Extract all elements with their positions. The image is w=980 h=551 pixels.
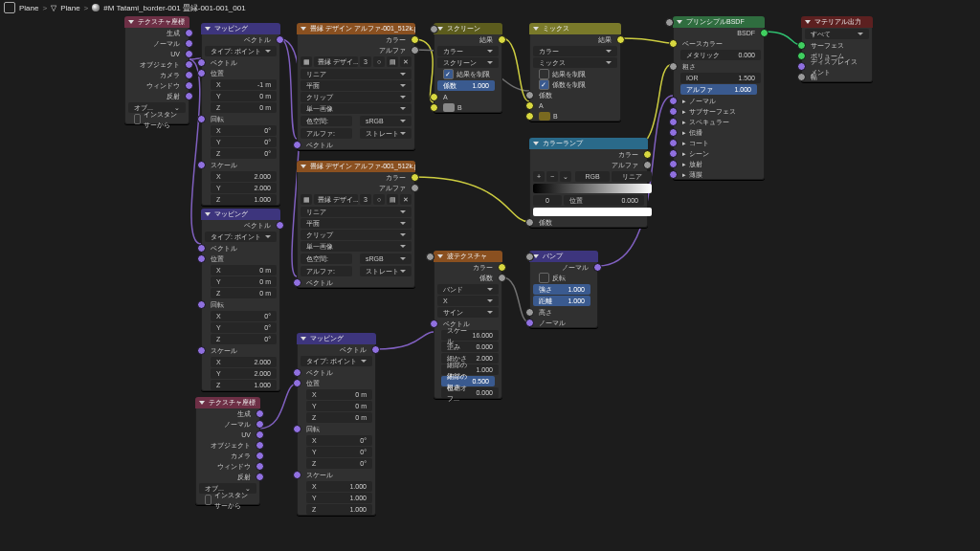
unlink-button[interactable]: ○	[373, 56, 385, 67]
breadcrumb-object[interactable]: Plane	[19, 4, 38, 12]
checkbox-icon[interactable]	[539, 79, 549, 90]
socket-icon[interactable]	[276, 35, 284, 44]
node-header[interactable]: 波テクスチャ	[434, 251, 502, 262]
socket-icon[interactable]	[185, 39, 193, 48]
node-mapping-2[interactable]: マッピング ベクトル タイプ:ポイント ベクトル位置X0 mY0 mZ0 m回転…	[201, 209, 280, 391]
loc-Y-field[interactable]: Y0 m	[306, 401, 372, 411]
blend-mode-field[interactable]: ミックス	[533, 57, 617, 68]
socket-icon[interactable]	[760, 29, 768, 37]
node-material-output[interactable]: マテリアル出力 すべて サーフェスボリュームディスプレイスメント幅	[801, 16, 873, 82]
node-texcoord-2[interactable]: テクスチャ座標 生成ノーマルUVオブジェクトカメラウィンドウ反射 オブ...⌄ …	[195, 397, 260, 505]
node-header[interactable]: マッピング	[297, 333, 376, 344]
node-header[interactable]: マッピング	[201, 209, 280, 220]
collapse-icon[interactable]	[301, 165, 306, 168]
node-principled-bsdf[interactable]: プリンシプルBSDF BSDF ベースカラー メタリック0.000粗さIOR1.…	[673, 16, 765, 180]
projection-field[interactable]: 平面	[301, 80, 412, 91]
wave-type-field[interactable]: バンド	[437, 284, 499, 295]
param-1[interactable]: 距離1.000	[533, 296, 590, 306]
socket-icon[interactable]	[256, 430, 264, 439]
breadcrumb-material[interactable]: #M Tatami_border-001 畳縁-001-001_001	[103, 3, 245, 13]
colorspace-field[interactable]: sRGB	[360, 253, 412, 264]
color-swatch[interactable]	[533, 208, 652, 216]
color-mode-field[interactable]: RGB	[575, 171, 610, 182]
socket-icon[interactable]	[293, 471, 301, 479]
collapse-icon[interactable]	[677, 20, 682, 24]
type-field[interactable]: タイプ:ポイント	[301, 356, 372, 366]
image-selector[interactable]: ▦ 畳縁 デザイ... 3 ○ ▤ ✕	[297, 193, 415, 206]
interp-field[interactable]: リニア	[301, 69, 412, 79]
collapse-icon[interactable]	[205, 212, 211, 216]
socket-icon[interactable]	[197, 346, 206, 355]
open-button[interactable]: ✕	[400, 56, 412, 67]
loc-Y-field[interactable]: Y0 m	[211, 276, 277, 287]
socket-icon[interactable]	[293, 425, 301, 433]
node-bump[interactable]: バンプ ノーマル 反転 強さ1.000距離1.000 高さ ノーマル	[529, 251, 598, 328]
socket-icon[interactable]	[430, 93, 438, 101]
socket-icon[interactable]	[669, 97, 678, 105]
image-name-field[interactable]: 畳縁 デザイ...	[314, 194, 358, 205]
color-swatch[interactable]	[443, 103, 455, 112]
data-type-field[interactable]: カラー	[437, 46, 499, 56]
flip-button[interactable]: ⌄	[560, 171, 571, 182]
interp-field[interactable]: リニア	[301, 207, 412, 217]
collapse-icon[interactable]	[301, 337, 306, 341]
add-stop-button[interactable]: +	[533, 171, 545, 182]
socket-icon[interactable]	[797, 62, 806, 71]
param-0[interactable]: 強さ1.000	[533, 284, 590, 295]
group-スペキュラー[interactable]: ▸スペキュラー	[673, 117, 765, 127]
instancer-check[interactable]: インスタンサーから	[195, 495, 260, 505]
loc-X-field[interactable]: X0 m	[306, 389, 372, 400]
input-b[interactable]: B	[434, 102, 502, 113]
socket-icon[interactable]	[197, 115, 206, 123]
node-header[interactable]: プリンシプルBSDF	[673, 16, 765, 28]
interp-field[interactable]: リニア	[612, 171, 652, 182]
rot-Z-field[interactable]: Z0°	[211, 334, 277, 344]
socket-icon[interactable]	[669, 160, 678, 168]
extension-field[interactable]: クリップ	[301, 230, 412, 240]
checkbox-icon[interactable]	[539, 69, 549, 79]
socket-icon[interactable]	[197, 244, 206, 253]
socket-icon[interactable]	[665, 18, 674, 27]
socket-icon[interactable]	[256, 473, 264, 481]
socket-icon[interactable]	[669, 118, 678, 126]
socket-icon[interactable]	[256, 441, 264, 450]
clamp-result-check[interactable]: 結果を制限	[529, 69, 621, 79]
group-サブサーフェス[interactable]: ▸サブサーフェス	[673, 106, 765, 117]
clamp-factor-check[interactable]: 係数を制限	[529, 79, 621, 90]
scale-Z-field[interactable]: Z1.000	[211, 380, 277, 390]
param-0[interactable]: メタリック0.000	[680, 50, 761, 60]
socket-icon[interactable]	[669, 128, 678, 137]
node-header[interactable]: ミックス	[529, 23, 621, 34]
socket-icon[interactable]	[256, 409, 264, 418]
socket-icon[interactable]	[525, 319, 534, 327]
socket-icon[interactable]	[185, 81, 193, 90]
node-mix-screen[interactable]: スクリーン 結果 カラー スクリーン 結果を制限 係数1.000 A B	[434, 23, 502, 113]
loc-Y-field[interactable]: Y0 m	[211, 91, 277, 101]
wave-profile-field[interactable]: サイン	[437, 307, 499, 318]
node-mapping-1[interactable]: マッピング ベクトル タイプ:ポイント ベクトル位置X-1 mY0 mZ0 m回…	[201, 23, 280, 206]
target-field[interactable]: すべて	[805, 29, 869, 39]
loc-Z-field[interactable]: Z0 m	[211, 102, 277, 113]
socket-icon[interactable]	[525, 101, 534, 110]
image-icon[interactable]: ▦	[301, 56, 312, 67]
param-0[interactable]: スケール16.000	[441, 330, 499, 341]
image-selector[interactable]: ▦ 畳縁 デザイ... 3 ○ ▤ ✕	[297, 55, 415, 68]
source-field[interactable]: 単一画像	[301, 103, 412, 114]
projection-field[interactable]: 平面	[301, 218, 412, 229]
users-badge[interactable]: 3	[360, 56, 371, 67]
group-シーン[interactable]: ▸シーン	[673, 148, 765, 159]
stop-index[interactable]: 0	[533, 195, 562, 206]
socket-icon[interactable]	[498, 35, 506, 44]
socket-icon[interactable]	[411, 46, 419, 55]
factor-slider[interactable]: 係数1.000	[437, 80, 495, 91]
data-type-field[interactable]: カラー	[533, 46, 617, 56]
socket-icon[interactable]	[185, 92, 193, 100]
socket-icon[interactable]	[185, 50, 193, 58]
rot-Y-field[interactable]: Y0°	[211, 322, 277, 333]
scale-Z-field[interactable]: Z1.000	[306, 504, 372, 515]
socket-icon[interactable]	[185, 71, 193, 79]
remove-stop-button[interactable]: −	[546, 171, 558, 182]
node-header[interactable]: テクスチャ座標	[124, 16, 189, 28]
socket-icon[interactable]	[525, 91, 534, 99]
socket-icon[interactable]	[197, 69, 206, 77]
